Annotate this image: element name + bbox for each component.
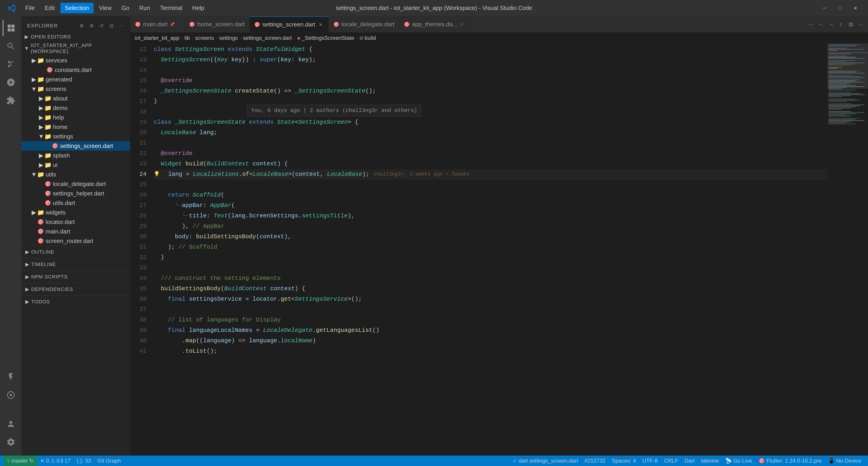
tab-settings-screen-close[interactable]: ✕: [318, 22, 324, 28]
breadcrumb-file[interactable]: settings_screen.dart: [243, 35, 292, 41]
tree-item-screens[interactable]: ▼ 📁 screens: [22, 84, 130, 94]
menu-help[interactable]: Help: [188, 3, 209, 13]
sidebar-header: Explorer ⊕ ⊕ ↺ ⊟ ···: [22, 16, 130, 33]
refresh-explorer-button[interactable]: ↺: [97, 22, 105, 30]
npm-scripts-section-header[interactable]: ▶ NPM SCRIPTS: [22, 272, 130, 281]
status-eol[interactable]: CRLF: [661, 456, 682, 466]
maximize-button[interactable]: □: [833, 4, 847, 13]
tree-item-demo[interactable]: ▶ 📁 demo: [22, 103, 130, 113]
screen-router-label: screen_router.dart: [46, 237, 130, 244]
split-editor-button[interactable]: ⋯: [807, 20, 815, 29]
open-editors-section[interactable]: ▶ Open Editors: [22, 33, 130, 41]
status-git-graph[interactable]: Git Graph: [94, 456, 124, 466]
new-folder-button[interactable]: ⊕: [88, 22, 96, 30]
breadcrumb-screens[interactable]: screens: [195, 35, 214, 41]
testing-activity-icon[interactable]: [3, 369, 19, 385]
status-branch[interactable]: ⑂ master ↻: [4, 456, 37, 466]
status-lang-id[interactable]: Dart: [681, 456, 698, 466]
tree-item-services[interactable]: ▶ 📁 services: [22, 56, 130, 65]
splash-label: splash: [53, 152, 130, 159]
dependencies-section-header[interactable]: ▶ DEPENDENCIES: [22, 285, 130, 294]
breadcrumb-class[interactable]: ◈ _SettingsScreenState: [297, 35, 354, 41]
split-right-button[interactable]: ⧉: [846, 20, 855, 29]
status-line-col[interactable]: #215732: [581, 456, 609, 466]
menu-go[interactable]: Go: [117, 3, 134, 13]
line-num-15: 15: [130, 76, 147, 86]
menu-selection[interactable]: Selection: [60, 3, 94, 13]
tab-main-dart[interactable]: 🎯 main.dart 📌: [130, 16, 184, 32]
tree-item-settings-helper[interactable]: 🎯 settings_helper.dart: [22, 189, 130, 198]
status-spaces[interactable]: Spaces: 4: [609, 456, 639, 466]
breadcrumb-app[interactable]: iot_starter_kit_app: [135, 35, 179, 41]
menu-view[interactable]: View: [94, 3, 116, 13]
new-file-button[interactable]: ⊕: [78, 22, 86, 30]
status-no-device[interactable]: 📱 No Device: [825, 456, 864, 466]
tree-item-settings[interactable]: ▼ 📁 settings: [22, 132, 130, 141]
menu-file[interactable]: File: [21, 3, 39, 13]
source-control-activity-icon[interactable]: [3, 56, 19, 72]
close-button[interactable]: ✕: [848, 4, 863, 13]
tree-item-generated[interactable]: ▶ 📁 generated: [22, 75, 130, 84]
workspace-section[interactable]: ▼ IOT_STARTER_KIT_APP (WORKSPACE): [22, 41, 130, 56]
tree-item-settings-screen[interactable]: 🎯 settings_screen.dart: [22, 141, 130, 151]
breadcrumb-screens-label: screens: [195, 35, 214, 41]
tree-item-about[interactable]: ▶ 📁 about: [22, 94, 130, 103]
tab-app-themes[interactable]: 🎯 app_themes.da... ⊞: [399, 16, 468, 32]
status-cursor[interactable]: {.}: 33: [74, 456, 94, 466]
remote-activity-icon[interactable]: [3, 387, 19, 403]
settings-activity-icon[interactable]: [3, 434, 19, 450]
minimap[interactable]: [827, 43, 868, 456]
tree-item-locale-delegate[interactable]: 🎯 locale_delegate.dart: [22, 179, 130, 189]
status-errors[interactable]: ✕ 0 ⚠ 0 ℹ 17: [37, 456, 73, 466]
status-encoding[interactable]: UTF-8: [639, 456, 661, 466]
more-tab-actions-button[interactable]: ···: [856, 20, 865, 29]
tab-app-themes-layout-icon: ⊞: [460, 22, 463, 27]
tree-item-main-dart[interactable]: 🎯 main.dart: [22, 227, 130, 236]
flutter-icon: 🎯: [758, 458, 765, 464]
timeline-section-header[interactable]: ▶ TIMELINE: [22, 260, 130, 269]
menu-edit[interactable]: Edit: [40, 3, 59, 13]
code-editor[interactable]: 12 13 14 15 16 17 18 19 20 21 22 23 24 2…: [130, 43, 868, 456]
status-flutter[interactable]: 🎯 Flutter: 1.24.0-10.2.pre: [755, 456, 825, 466]
home-folder-icon: 📁: [44, 123, 52, 130]
accounts-activity-icon[interactable]: [3, 416, 19, 432]
menu-terminal[interactable]: Terminal: [156, 3, 187, 13]
breadcrumb-method[interactable]: ⊙ build: [360, 35, 376, 41]
tree-item-screen-router[interactable]: 🎯 screen_router.dart: [22, 236, 130, 246]
tree-item-ui[interactable]: ▶ 📁 ui: [22, 160, 130, 170]
tab-locale-delegate[interactable]: 🎯 locale_delegate.dart: [329, 16, 399, 32]
extensions-activity-icon[interactable]: [3, 92, 19, 109]
demo-folder-icon: 📁: [44, 104, 52, 112]
tree-item-utils-dart[interactable]: 🎯 utils.dart: [22, 198, 130, 208]
more-actions-button[interactable]: ···: [117, 22, 125, 30]
run-activity-icon[interactable]: [3, 74, 19, 90]
tree-item-help[interactable]: ▶ 📁 help: [22, 113, 130, 122]
status-tabnine[interactable]: tabnine: [698, 456, 722, 466]
search-activity-icon[interactable]: [3, 38, 19, 54]
todos-section-header[interactable]: ▶ TODOS: [22, 297, 130, 306]
nav-back-button[interactable]: ←: [816, 20, 826, 29]
lightbulb-icon[interactable]: 💡: [154, 170, 160, 178]
main-layout: Explorer ⊕ ⊕ ↺ ⊟ ··· ▶ Open Editors ▼ IO…: [0, 16, 868, 456]
menu-run[interactable]: Run: [135, 3, 155, 13]
nav-forward-button[interactable]: →: [827, 20, 835, 29]
status-language-check[interactable]: ✓ dart settings_screen.dart: [509, 456, 581, 466]
tree-item-utils[interactable]: ▼ 📁 utils: [22, 170, 130, 179]
utils-dart-spacer: [38, 200, 44, 206]
tree-item-locator[interactable]: 🎯 locator.dart: [22, 217, 130, 227]
status-go-live[interactable]: 📡 Go Live: [722, 456, 755, 466]
tree-item-splash[interactable]: ▶ 📁 splash: [22, 151, 130, 160]
tree-item-widgets[interactable]: ▶ 📁 widgets: [22, 208, 130, 217]
breadcrumb-settings[interactable]: settings: [219, 35, 238, 41]
open-changes-button[interactable]: ↕: [836, 20, 845, 29]
code-content[interactable]: class SettingsScreen extends StatefulWid…: [150, 43, 827, 456]
tree-item-home[interactable]: ▶ 📁 home: [22, 122, 130, 132]
tab-home-screen[interactable]: 🎯 home_screen.dart: [184, 16, 250, 32]
collapse-explorer-button[interactable]: ⊟: [107, 22, 116, 30]
tree-item-constants[interactable]: 🎯 constants.dart: [22, 65, 130, 75]
outline-section-header[interactable]: ▶ OUTLINE: [22, 248, 130, 256]
explorer-activity-icon[interactable]: [3, 20, 19, 36]
minimize-button[interactable]: ─: [817, 4, 832, 13]
breadcrumb-lib[interactable]: lib: [184, 35, 190, 41]
tab-settings-screen[interactable]: 🎯 settings_screen.dart ✕: [250, 16, 329, 32]
